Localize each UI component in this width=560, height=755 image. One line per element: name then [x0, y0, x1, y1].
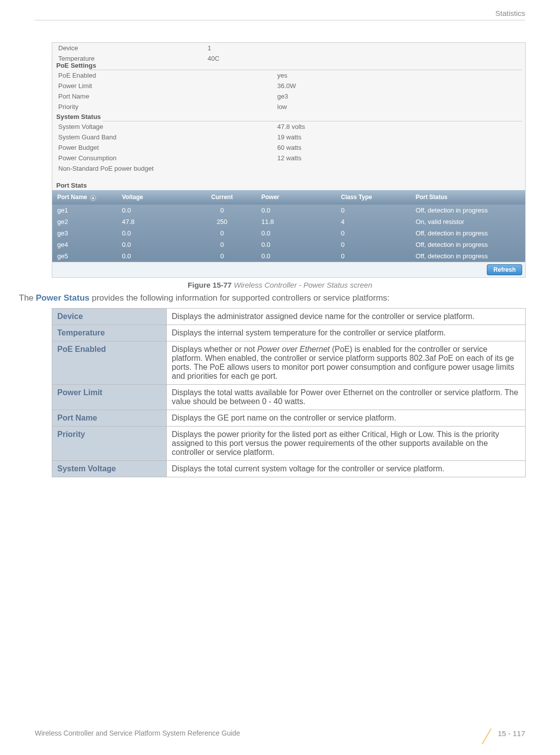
figure-label: Figure 15-77: [188, 281, 231, 289]
cell: Off, detection in progress: [414, 206, 522, 215]
desc-key: System Voltage: [52, 461, 167, 477]
value: yes: [277, 72, 287, 79]
row-temperature: Temperature 40C: [52, 53, 525, 64]
row-sys-voltage: System Voltage47.8 volts: [55, 121, 522, 132]
label: Power Consumption: [58, 154, 277, 162]
cell: 0.0: [120, 252, 185, 260]
row-priority: Prioritylow: [55, 102, 522, 112]
row-power-limit: Power Limit36.0W: [55, 81, 522, 91]
cell: 47.8: [120, 217, 185, 226]
figure-caption: Figure 15-77 Wireless Controller - Power…: [35, 281, 525, 289]
cell: 0.0: [120, 229, 185, 237]
desc-val: Displays whether or not Power over Ether…: [167, 341, 526, 385]
desc-val: Displays the internal system temperature…: [167, 325, 526, 341]
value: ge3: [277, 93, 288, 100]
cell: Off, detection in progress: [414, 252, 522, 260]
cell: ge5: [55, 252, 120, 260]
cell: 0: [185, 229, 259, 237]
table-row[interactable]: ge40.000.00Off, detection in progress: [52, 239, 525, 250]
port-stats-title: Port Stats: [52, 179, 525, 190]
cell: On, valid resistor: [414, 217, 522, 226]
table-row[interactable]: ge50.000.00Off, detection in progress: [52, 250, 525, 262]
label: Port Name: [58, 93, 277, 100]
label-device: Device: [58, 44, 208, 52]
col-port-name[interactable]: Port Name▲: [55, 193, 120, 202]
col-class-type[interactable]: Class Type: [339, 193, 414, 202]
intro-pre: The: [19, 293, 36, 303]
fieldset-poe: PoE Settings PoE Enabledyes Power Limit3…: [55, 66, 522, 112]
desc-val: Displays the total watts available for P…: [167, 385, 526, 410]
label: Priority: [58, 103, 277, 110]
desc-key: PoE Enabled: [52, 341, 167, 385]
intro-bold: Power Status: [36, 293, 90, 303]
table-row: PriorityDisplays the power priority for …: [52, 427, 526, 461]
cell: 4: [339, 217, 414, 226]
cell: 0: [339, 240, 414, 249]
desc-key: Device: [52, 309, 167, 325]
col-power[interactable]: Power: [259, 193, 339, 202]
table-row: DeviceDisplays the administrator assigne…: [52, 309, 526, 325]
cell: 0: [339, 229, 414, 237]
cell: Off, detection in progress: [414, 240, 522, 249]
footer-title: Wireless Controller and Service Platform…: [35, 729, 240, 737]
cell: 0: [339, 252, 414, 260]
value: 36.0W: [277, 82, 296, 90]
desc-val: Displays the GE port name on the control…: [167, 410, 526, 427]
cell: ge1: [55, 206, 120, 215]
header-rule: [35, 20, 525, 20]
slash-icon: [479, 726, 493, 740]
cell: 0: [185, 240, 259, 249]
cell: 250: [185, 217, 259, 226]
table-row[interactable]: ge30.000.00Off, detection in progress: [52, 227, 525, 239]
value: 19 watts: [277, 133, 301, 141]
port-stats-header[interactable]: Port Name▲ Voltage Current Power Class T…: [52, 190, 525, 205]
row-power-budget: Power Budget60 watts: [55, 142, 522, 153]
row-poe-enabled: PoE Enabledyes: [55, 70, 522, 81]
intro-post: provides the following information for s…: [90, 293, 390, 303]
description-table: DeviceDisplays the administrator assigne…: [52, 308, 526, 477]
fieldset-system: System Status System Voltage47.8 volts S…: [55, 117, 522, 174]
table-row[interactable]: ge10.000.00Off, detection in progress: [52, 205, 525, 216]
label: Non-Standard PoE power budget: [58, 165, 277, 172]
table-row: Power LimitDisplays the total watts avai…: [52, 385, 526, 410]
cell: 0: [185, 206, 259, 215]
desc-val: Displays the administrator assigned devi…: [167, 309, 526, 325]
value-device: 1: [208, 44, 211, 52]
cell: ge4: [55, 240, 120, 249]
footer-page: 15 - 117: [479, 726, 525, 740]
cell: ge3: [55, 229, 120, 237]
intro-text: The Power Status provides the following …: [19, 293, 525, 303]
col-voltage[interactable]: Voltage: [120, 193, 185, 202]
row-guard-band: System Guard Band19 watts: [55, 132, 522, 142]
desc-key: Priority: [52, 427, 167, 461]
fieldset-poe-title: PoE Settings: [56, 62, 99, 69]
header-section: Statistics: [495, 9, 525, 17]
cell: 0.0: [120, 206, 185, 215]
row-port-name: Port Namege3: [55, 91, 522, 102]
col-current[interactable]: Current: [185, 193, 259, 202]
screenshot-panel: Device 1 Temperature 40C PoE Settings Po…: [52, 42, 526, 278]
col-port-status[interactable]: Port Status: [414, 193, 522, 202]
cell: ge2: [55, 217, 120, 226]
label: Power Limit: [58, 82, 277, 90]
table-row: TemperatureDisplays the internal system …: [52, 325, 526, 341]
cell: 0.0: [259, 229, 339, 237]
label: PoE Enabled: [58, 72, 277, 79]
row-nonstd-poe: Non-Standard PoE power budget: [55, 163, 522, 174]
sort-icon: ▲: [90, 195, 96, 201]
value: low: [277, 103, 287, 110]
desc-key: Temperature: [52, 325, 167, 341]
label: System Voltage: [58, 123, 277, 130]
label-temperature: Temperature: [58, 55, 208, 62]
fieldset-system-title: System Status: [56, 113, 104, 120]
cell: 11.8: [259, 217, 339, 226]
footer: Wireless Controller and Service Platform…: [35, 726, 525, 740]
desc-val: Displays the total current system voltag…: [167, 461, 526, 477]
value: 12 watts: [277, 154, 301, 162]
refresh-button[interactable]: Refresh: [487, 264, 522, 275]
row-power-consumption: Power Consumption12 watts: [55, 153, 522, 163]
table-row: PoE EnabledDisplays whether or not Power…: [52, 341, 526, 385]
desc-key: Port Name: [52, 410, 167, 427]
table-row[interactable]: ge247.825011.84On, valid resistor: [52, 216, 525, 227]
cell: Off, detection in progress: [414, 229, 522, 237]
